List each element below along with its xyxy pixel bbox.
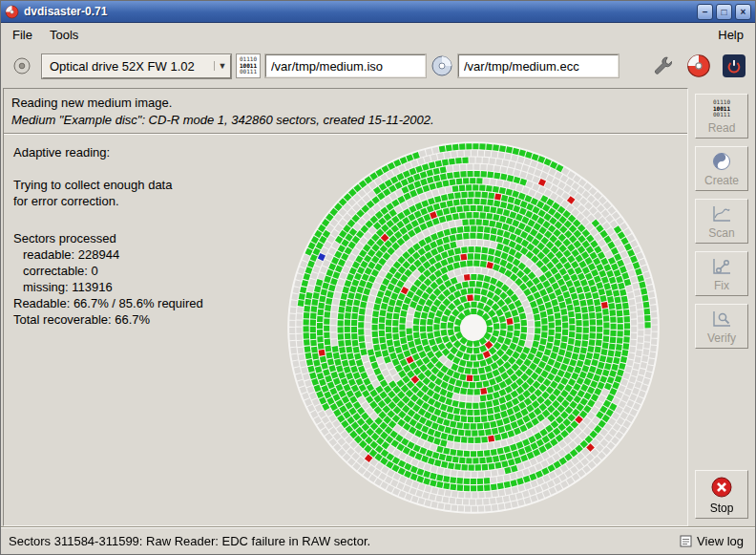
create-button[interactable]: Create (695, 146, 748, 191)
action-sidebar: 01110 10011 00111 Read Create (688, 88, 755, 526)
drive-select-button[interactable] (7, 51, 37, 81)
reading-info-panel: Adaptive reading: Trying to collect enou… (4, 135, 260, 525)
content-row: Adaptive reading: Trying to collect enou… (4, 135, 687, 525)
scan-label: Scan (708, 226, 734, 240)
wrench-icon (652, 54, 675, 77)
readable-summary: Readable: 66.7% / 85.6% required (13, 295, 260, 311)
statusbar: Sectors 311584-311599: Raw Reader: EDC f… (1, 526, 755, 554)
menu-file[interactable]: File (4, 25, 41, 45)
mode-heading: Adaptive reading: (13, 144, 260, 160)
recoverable-summary: Total recoverable: 66.7% (13, 311, 260, 328)
drive-combobox[interactable]: Optical drive 52X FW 1.02 ▼ (42, 54, 231, 78)
drive-icon (11, 55, 32, 76)
main-panel: Reading new medium image. Medium "Exampl… (3, 88, 688, 526)
ecc-file-input[interactable] (458, 54, 619, 77)
verify-magnifier-icon (711, 310, 732, 329)
image-file-icon: 01110 10011 00111 (236, 53, 261, 78)
cd-icon (686, 53, 711, 78)
scan-chart-icon (711, 204, 732, 224)
fix-label: Fix (714, 279, 729, 292)
verify-label: Verify (707, 331, 736, 345)
log-icon (680, 535, 692, 547)
drive-combobox-value: Optical drive 52X FW 1.02 (43, 59, 214, 74)
titlebar[interactable]: dvdisaster-0.71 – □ × (1, 1, 755, 23)
binary-icon: 01110 10011 00111 (713, 99, 730, 118)
stop-icon (710, 476, 733, 499)
read-label: Read (708, 121, 736, 135)
action-title: Reading new medium image. (11, 96, 680, 110)
disc-image-button[interactable] (683, 51, 714, 81)
read-button[interactable]: 01110 10011 00111 Read (695, 94, 748, 139)
sector-spiral-visualization (284, 139, 662, 517)
mode-description-line1: Trying to collect enough data (13, 177, 260, 193)
view-log-label: View log (697, 534, 744, 548)
maximize-button[interactable]: □ (716, 4, 732, 20)
stop-label: Stop (710, 502, 734, 515)
sectors-missing: missing: 113916 (13, 279, 260, 295)
create-label: Create (704, 174, 739, 187)
verify-button[interactable]: Verify (695, 304, 748, 349)
yin-yang-icon (712, 152, 731, 171)
power-icon (723, 54, 746, 77)
sectors-correctable: correctable: 0 (13, 263, 260, 279)
view-log-button[interactable]: View log (676, 532, 747, 550)
window-title: dvdisaster-0.71 (24, 5, 692, 18)
status-lines: Reading new medium image. Medium "Exampl… (4, 89, 687, 133)
chevron-down-icon: ▼ (214, 61, 230, 71)
stop-button[interactable]: Stop (695, 470, 748, 519)
preferences-button[interactable] (648, 51, 679, 81)
medium-info: Medium "Example disc": CD-R mode 1, 3428… (11, 113, 680, 127)
app-window: dvdisaster-0.71 – □ × File Tools Help Op… (0, 0, 756, 555)
toolbar: Optical drive 52X FW 1.02 ▼ 01110 10011 … (1, 46, 755, 86)
main-row: Reading new medium image. Medium "Exampl… (1, 86, 755, 526)
fix-button[interactable]: Fix (695, 251, 748, 296)
fix-wrench-icon (711, 257, 732, 276)
sectors-readable: readable: 228944 (13, 246, 260, 263)
minimize-button[interactable]: – (697, 4, 713, 20)
menu-tools[interactable]: Tools (41, 25, 87, 45)
quit-button[interactable] (719, 51, 749, 81)
window-controls: – □ × (697, 4, 751, 20)
close-button[interactable]: × (735, 4, 751, 20)
app-icon (5, 5, 19, 19)
status-message: Sectors 311584-311599: Raw Reader: EDC f… (9, 534, 370, 548)
sectors-heading: Sectors processed (13, 230, 260, 246)
spiral-area (260, 135, 687, 525)
scan-button[interactable]: Scan (695, 199, 748, 244)
menubar: File Tools Help (1, 23, 755, 46)
image-file-input[interactable] (265, 54, 426, 77)
menu-help[interactable]: Help (709, 25, 752, 45)
ecc-file-icon (430, 54, 453, 77)
mode-description-line2: for error correction. (13, 193, 260, 209)
